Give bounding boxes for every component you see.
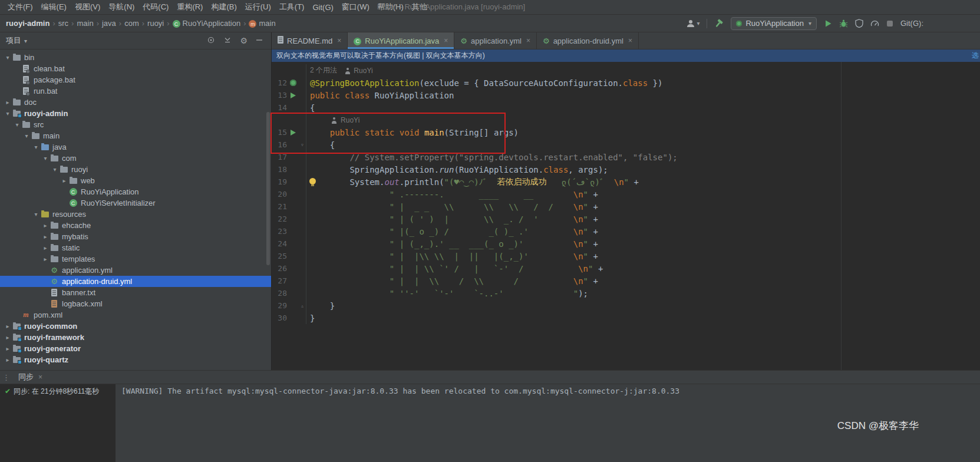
tree-item-run.bat[interactable]: run.bat (0, 85, 271, 97)
menubar-item-4[interactable]: 代码(C) (138, 2, 173, 12)
tree-item-bin[interactable]: ▾bin (0, 52, 271, 63)
menubar-item-10[interactable]: 窗口(W) (338, 2, 374, 12)
tree-item-ruoyi[interactable]: ▾ruoyi (0, 164, 271, 175)
tree-item-package.bat[interactable]: package.bat (0, 74, 271, 85)
profiler-button[interactable] (870, 19, 879, 28)
code-editor[interactable]: 2 个用法 RuoYi12@SpringBootApplication(excl… (272, 62, 980, 370)
tree-item-banner.txt[interactable]: banner.txt (0, 287, 271, 298)
close-icon[interactable]: × (337, 37, 341, 45)
tree-item-mybatis[interactable]: ▸mybatis (0, 231, 271, 242)
tree-item-templates[interactable]: ▸templates (0, 253, 271, 265)
menubar-item-8[interactable]: 工具(T) (275, 2, 309, 12)
menubar-item-9[interactable]: Git(G) (308, 3, 337, 12)
close-icon[interactable]: × (444, 37, 448, 45)
tree-item-RuoYiServletInitializer[interactable]: CRuoYiServletInitializer (0, 197, 271, 209)
chevron-open-icon[interactable]: ▾ (32, 211, 40, 217)
code-text[interactable]: public static void main(String[] args) (306, 126, 980, 138)
close-icon[interactable]: × (38, 373, 42, 381)
debug-button[interactable] (839, 19, 848, 28)
code-text[interactable]: " | (_,_).' __ ___(_ o _)' \n" + (306, 237, 980, 250)
tab-application.yml[interactable]: ⚙application.yml× (454, 32, 537, 49)
tree-item-application.yml[interactable]: ⚙application.yml (0, 265, 271, 276)
code-text[interactable]: " .-------. ____ __ \n" + (306, 188, 980, 200)
code-line-19[interactable]: 19 System.out.println("(♥◠‿◠)ﾉﾞ 若依启动成功 ლ… (272, 176, 980, 188)
code-text[interactable]: " | | \\ / \\ / \n" + (306, 275, 980, 287)
tree-item-pom.xml[interactable]: mpom.xml (0, 309, 271, 321)
code-line-25[interactable]: 25 " | |\\ \\ | || |(_,_)' \n" + (272, 250, 980, 262)
close-icon[interactable]: × (628, 37, 632, 45)
run-config-combo[interactable]: RuoYiApplication ▾ (731, 17, 817, 30)
chevron-closed-icon[interactable]: ▸ (41, 222, 50, 229)
tree-item-clean.bat[interactable]: clean.bat (0, 63, 271, 74)
chevron-closed-icon[interactable]: ▸ (41, 245, 50, 251)
tree-item-ruoyi-framework[interactable]: ▸ruoyi-framework (0, 332, 271, 343)
code-text[interactable]: " | _ _ \\ \\ \\ / / \n" + (306, 200, 980, 213)
code-text[interactable]: } (306, 299, 980, 312)
chevron-closed-icon[interactable]: ▸ (60, 177, 68, 184)
code-line-22[interactable]: 22 " | ( ' ) | \\ _. / ' \n" + (272, 213, 980, 225)
code-line-28[interactable]: 28 " ''-' `'-' `-..-' "); (272, 287, 980, 299)
tree-item-ruoyi-quartz[interactable]: ▸ruoyi-quartz (0, 354, 271, 365)
code-line-18[interactable]: 18 SpringApplication.run(RuoYiApplicatio… (272, 163, 980, 176)
fold-up-icon[interactable]: ▵ (299, 302, 306, 309)
code-line-30[interactable]: 30} (272, 312, 980, 324)
chevron-closed-icon[interactable]: ▸ (4, 323, 12, 329)
tab-application-druid.yml[interactable]: ⚙application-druid.yml× (537, 32, 639, 49)
breadcrumb-item-src[interactable]: src (58, 19, 68, 28)
tab-sync[interactable]: 同步 × (15, 372, 46, 382)
code-line-29[interactable]: 29▵ } (272, 299, 980, 312)
chevron-open-icon[interactable]: ▾ (22, 133, 31, 139)
breadcrumb-item-ruoyi[interactable]: ruoyi (147, 19, 164, 28)
close-icon[interactable]: × (526, 37, 530, 45)
code-line-13[interactable]: 13public class RuoYiApplication (272, 89, 980, 101)
tree-item-ehcache[interactable]: ▸ehcache (0, 220, 271, 231)
locate-file-icon[interactable] (207, 36, 215, 46)
code-text[interactable]: " | |\\ \\ | || |(_,_)' \n" + (306, 250, 980, 262)
chevron-down-icon[interactable]: ▾ (24, 38, 27, 44)
intention-bulb-icon[interactable] (309, 178, 316, 184)
tree-item-doc[interactable]: ▸doc (0, 97, 271, 108)
code-line-21[interactable]: 21 " | _ _ \\ \\ \\ / / \n" + (272, 200, 980, 213)
tree-item-resources[interactable]: ▾resources (0, 209, 271, 220)
tree-item-ruoyi-admin[interactable]: ▾ruoyi-admin (0, 108, 271, 119)
tab-README.md[interactable]: README.md× (272, 32, 348, 49)
code-text[interactable]: { (306, 138, 980, 151)
code-text[interactable]: { (306, 101, 980, 114)
code-text[interactable]: " ''-' `'-' `-..-' "); (306, 287, 980, 299)
scrollbar[interactable] (266, 112, 270, 265)
menubar-item-0[interactable]: 文件(F) (4, 2, 37, 12)
chevron-open-icon[interactable]: ▾ (41, 155, 50, 161)
code-hint-line[interactable]: 2 个用法 RuoYi (272, 64, 980, 77)
hide-panel-icon[interactable] (256, 37, 263, 45)
spring-gutter-icon[interactable] (287, 80, 299, 86)
git-label[interactable]: Git(G): (900, 19, 923, 28)
settings-gear-icon[interactable]: ⚙ (240, 37, 248, 45)
tree-item-logback.xml[interactable]: logback.xml (0, 298, 271, 309)
chevron-closed-icon[interactable]: ▸ (41, 256, 50, 262)
fold-down-icon[interactable]: ▿ (299, 141, 306, 148)
code-text[interactable]: " | | \\ `' / | `-' / \n" + (306, 262, 980, 275)
tree-item-src[interactable]: ▾src (0, 119, 271, 130)
code-line-14[interactable]: 14{ (272, 101, 980, 114)
menubar-item-6[interactable]: 构建(B) (207, 2, 240, 12)
code-text[interactable]: @SpringBootApplication(exclude = { DataS… (306, 77, 980, 89)
breadcrumb-item-main[interactable]: main (77, 19, 93, 28)
tree-item-RuoYiApplication[interactable]: CRuoYiApplication (0, 186, 271, 197)
code-line-24[interactable]: 24 " | (_,_).' __ ___(_ o _)' \n" + (272, 237, 980, 250)
code-text[interactable]: public class RuoYiApplication (306, 89, 980, 101)
menubar-item-5[interactable]: 重构(R) (173, 2, 207, 12)
code-text[interactable]: SpringApplication.run(RuoYiApplication.c… (306, 163, 980, 176)
project-panel-title[interactable]: 项目 (6, 35, 21, 46)
breadcrumb-item-java[interactable]: java (102, 19, 116, 28)
code-text[interactable]: 2 个用法 RuoYi (306, 64, 980, 77)
code-line-27[interactable]: 27 " | | \\ / \\ / \n" + (272, 275, 980, 287)
collapse-all-icon[interactable] (223, 36, 232, 46)
code-text[interactable]: System.out.println("(♥◠‿◠)ﾉﾞ 若依启动成功 ლ(´ڡ… (306, 176, 980, 188)
chevron-open-icon[interactable]: ▾ (4, 54, 12, 61)
coverage-button[interactable] (855, 19, 863, 28)
chevron-open-icon[interactable]: ▾ (32, 144, 40, 150)
tree-item-static[interactable]: ▸static (0, 242, 271, 253)
menubar-item-1[interactable]: 编辑(E) (37, 2, 71, 12)
breadcrumb-item-ruoyi-admin[interactable]: ruoyi-admin (6, 19, 50, 28)
menubar-item-2[interactable]: 视图(V) (71, 2, 104, 12)
